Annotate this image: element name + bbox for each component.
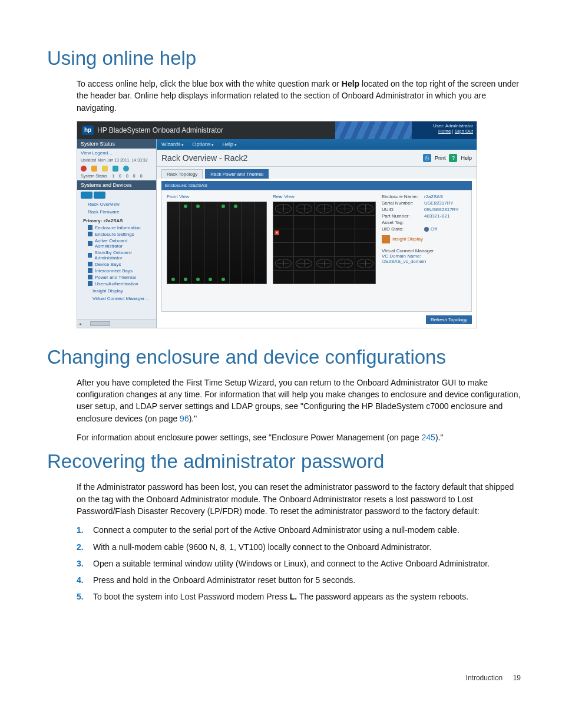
step-item: 1.Connect a computer to the serial port …	[77, 524, 524, 536]
print-label[interactable]: Print	[435, 155, 446, 161]
signout-link[interactable]: Sign Out	[455, 129, 473, 134]
vcm-val: VC Domain Name: r2a2SAS_vc_domain	[382, 253, 467, 264]
info-val: r2a2SAS	[424, 194, 443, 199]
left-nav: System Status View Legend… Updated Mon J…	[77, 139, 157, 328]
insight-display-link[interactable]: Insight Display	[77, 287, 156, 295]
step-number: 1.	[77, 524, 93, 536]
menu-options[interactable]: Options	[192, 141, 214, 147]
step-number: 2.	[77, 541, 93, 553]
home-link[interactable]: Home	[438, 129, 451, 134]
tree-toggle[interactable]	[77, 190, 156, 200]
nav-node[interactable]: Active Onboard Administrator	[77, 238, 156, 249]
nav-node[interactable]: Power and Thermal	[77, 274, 156, 281]
left-scrollbar[interactable]: ◂	[77, 319, 156, 328]
nav-node[interactable]: Interconnect Bays	[77, 268, 156, 274]
nav-node[interactable]: Standby Onboard Administrator	[77, 249, 156, 261]
menu-wizards[interactable]: Wizards	[161, 141, 184, 147]
hp-logo-icon: hp	[82, 126, 94, 135]
count: 0	[140, 174, 143, 178]
count: 0	[119, 174, 121, 178]
info-key: UID State:	[382, 226, 422, 232]
uid-text: Off	[431, 226, 437, 232]
help-icon[interactable]: ?	[449, 154, 457, 162]
insight-display[interactable]: Insight Display	[382, 235, 467, 243]
info-key: Enclosure Name:	[382, 194, 422, 199]
rear-view[interactable]: ✕	[273, 202, 376, 284]
enclosure-bar: Enclosure: r2a2SAS	[161, 181, 472, 190]
nav-node[interactable]: Users/Authentication	[77, 281, 156, 287]
nav-node[interactable]: Enclosure Settings	[77, 231, 156, 238]
error-icon	[81, 166, 87, 172]
text: To access online help, click the blue bo…	[77, 79, 342, 88]
text: For information about enclosure power se…	[77, 433, 422, 442]
app-title: HP BladeSystem Onboard Administrator	[97, 126, 223, 134]
count: 0	[133, 174, 135, 178]
front-view-col: Front View	[167, 194, 267, 308]
info-val: USE82317RY	[424, 200, 454, 206]
plus-icon	[88, 275, 92, 279]
scroll-thumb[interactable]	[90, 321, 110, 326]
vcm-link[interactable]: Virtual Connect Manager…	[77, 295, 156, 302]
step-text: Open a suitable terminal window utility …	[93, 558, 490, 569]
menu-help[interactable]: Help	[222, 141, 236, 147]
heading-using-online-help: Using online help	[47, 47, 527, 70]
rack-overview-link[interactable]: Rack Overview	[77, 200, 156, 208]
error-x-icon: ✕	[275, 230, 279, 235]
steps-list: 1.Connect a computer to the serial port …	[77, 524, 524, 602]
caution-icon	[102, 166, 108, 172]
step-number: 5.	[77, 591, 93, 602]
plus-icon	[88, 241, 92, 246]
front-view[interactable]	[167, 202, 267, 284]
warn-icon	[91, 166, 97, 172]
scroll-left-arrow-icon[interactable]: ◂	[77, 321, 83, 327]
vcm-key: Virtual Connect Manager	[382, 248, 467, 253]
refresh-topology-button[interactable]: Refresh Topology	[426, 315, 472, 324]
oa-screenshot: hp HP BladeSystem Onboard Administrator …	[77, 121, 477, 328]
view-legend-link[interactable]: View Legend…	[77, 149, 156, 157]
tab-rack-power-thermal[interactable]: Rack Power and Thermal	[205, 169, 269, 179]
step-item: 2.With a null-modem cable (9600 N, 8, 1,…	[77, 541, 524, 553]
plus-icon	[88, 268, 92, 273]
nav-label: Power and Thermal	[95, 275, 136, 280]
step-text: To boot the system into Lost Password mo…	[93, 591, 468, 602]
plus-icon	[88, 281, 92, 286]
systems-devices-bar: Systems and Devices	[77, 180, 156, 190]
content-pane: Wizards Options Help Rack Overview - Rac…	[157, 139, 477, 328]
nav-label: Active Onboard Administrator	[95, 238, 156, 249]
heading-recover-password: Recovering the administrator password	[47, 450, 527, 473]
page-ref-link[interactable]: 245	[422, 433, 435, 442]
plus-icon	[88, 262, 92, 266]
rack-firmware-link[interactable]: Rack Firmware	[77, 208, 156, 216]
status-counts: System Status 1 0 0 0 0	[77, 174, 156, 180]
info-key: Asset Tag:	[382, 220, 422, 225]
step-text: Press and hold in the Onboard Administra…	[93, 574, 355, 586]
tab-rack-topology[interactable]: Rack Topology	[161, 169, 203, 179]
page-ref-link[interactable]: 96	[180, 414, 189, 423]
nav-label: Interconnect Bays	[95, 268, 133, 274]
updated-time: Updated Mon Jun 13 2011, 14:33:32	[77, 157, 156, 164]
info-key: Serial Number:	[382, 200, 422, 206]
print-icon[interactable]: ⎙	[423, 154, 431, 162]
step-text: With a null-modem cable (9600 N, 8, 1, V…	[93, 541, 431, 553]
step-item: 3.Open a suitable terminal window utilit…	[77, 558, 524, 569]
bold-l: L.	[290, 592, 297, 601]
count: 1	[112, 174, 114, 178]
text: The password appears as the system reboo…	[297, 592, 468, 601]
step-item: 5. To boot the system into Lost Password…	[77, 591, 524, 602]
help-label[interactable]: Help	[461, 155, 472, 161]
para-changing-config: After you have completed the First Time …	[77, 377, 524, 424]
step-number: 3.	[77, 558, 93, 569]
nav-label: Enclosure Information	[95, 225, 141, 230]
nav-node[interactable]: Device Bays	[77, 261, 156, 268]
nav-label: Standby Onboard Administrator	[94, 250, 156, 261]
rear-view-label: Rear View	[273, 194, 376, 199]
plus-icon	[88, 232, 92, 236]
content-title-row: Rack Overview - Rack2 ⎙Print ?Help	[157, 150, 477, 167]
primary-label: Primary: r2a2SAS	[77, 216, 156, 225]
info-val: Off	[424, 226, 437, 232]
status-icons-row	[77, 164, 156, 174]
nav-label: Users/Authentication	[95, 281, 138, 286]
nav-node[interactable]: Enclosure Information	[77, 225, 156, 231]
nav-label: Device Bays	[95, 262, 121, 267]
footer-section: Introduction	[466, 674, 503, 682]
